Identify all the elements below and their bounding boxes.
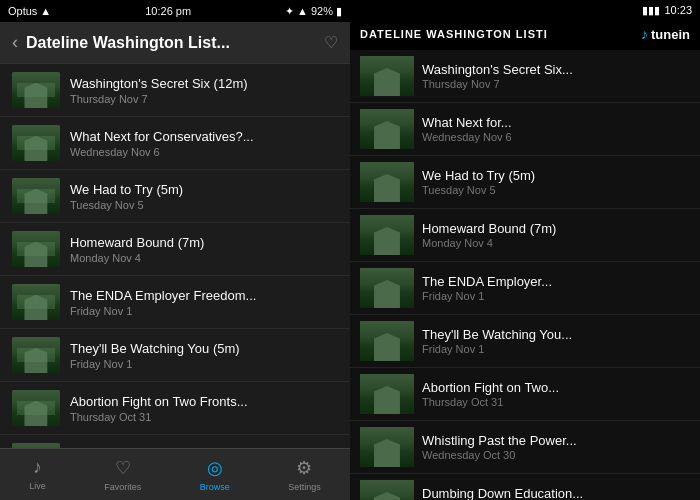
- wp-episode-date: Wednesday Nov 6: [422, 131, 690, 143]
- left-panel: Optus ▲ 10:26 pm ✦ ▲ 92% ▮ ‹ Dateline Wa…: [0, 0, 350, 500]
- episode-info: Homeward Bound (7m) Monday Nov 4: [70, 235, 338, 264]
- battery-label: 92%: [311, 5, 333, 17]
- nav-icon: ◎: [207, 457, 223, 479]
- nav-label: Browse: [200, 482, 230, 492]
- nav-label: Favorites: [104, 482, 141, 492]
- episode-info: The ENDA Employer Freedom... Friday Nov …: [70, 288, 338, 317]
- thumbnail-image: [12, 390, 60, 426]
- wp-episode-date: Wednesday Oct 30: [422, 449, 690, 461]
- episode-title: They'll Be Watching You (5m): [70, 341, 338, 356]
- tunein-logo: ♪ tunein: [641, 26, 690, 42]
- list-item[interactable]: Washington's Secret Six (12m) Thursday N…: [0, 64, 350, 117]
- wp-episode-thumbnail: [360, 109, 414, 149]
- list-item[interactable]: Abortion Fight on Two... Thursday Oct 31: [350, 368, 700, 421]
- bottom-nav-live[interactable]: ♪ Live: [29, 457, 46, 492]
- wp-episode-title: What Next for...: [422, 115, 690, 130]
- list-item[interactable]: We Had to Try (5m) Tuesday Nov 5: [0, 170, 350, 223]
- bluetooth-icon: ✦: [285, 5, 294, 18]
- battery-icon: ▮: [336, 5, 342, 18]
- list-item[interactable]: Dumbing Down Education... Tuesday Oct 29: [350, 474, 700, 500]
- episode-info: Abortion Fight on Two Fronts... Thursday…: [70, 394, 338, 423]
- nav-icon: ♡: [115, 457, 131, 479]
- bottom-nav-settings[interactable]: ⚙ Settings: [288, 457, 321, 492]
- list-item[interactable]: Homeward Bound (7m) Monday Nov 4: [0, 223, 350, 276]
- list-item[interactable]: We Had to Try (5m) Tuesday Nov 5: [350, 156, 700, 209]
- status-time: 10:26 pm: [145, 5, 191, 17]
- wp-thumbnail-image: [360, 162, 414, 202]
- episode-title: The ENDA Employer Freedom...: [70, 288, 338, 303]
- wifi-icon: ▲: [40, 5, 51, 17]
- episode-info: They'll Be Watching You (5m) Friday Nov …: [70, 341, 338, 370]
- wp-thumbnail-image: [360, 109, 414, 149]
- wp-episode-title: Washington's Secret Six...: [422, 62, 690, 77]
- list-item[interactable]: They'll Be Watching You (5m) Friday Nov …: [0, 329, 350, 382]
- list-item[interactable]: What Next for... Wednesday Nov 6: [350, 103, 700, 156]
- wp-episode-info: The ENDA Employer... Friday Nov 1: [422, 274, 690, 302]
- episode-thumbnail: [12, 178, 60, 214]
- episode-title: Washington's Secret Six (12m): [70, 76, 338, 91]
- list-item[interactable]: Washington's Secret Six... Thursday Nov …: [350, 50, 700, 103]
- bottom-nav-bar: ♪ Live ♡ Favorites ◎ Browse ⚙ Settings: [0, 448, 350, 500]
- bottom-nav-browse[interactable]: ◎ Browse: [200, 457, 230, 492]
- bottom-nav-favorites[interactable]: ♡ Favorites: [104, 457, 141, 492]
- wp-episode-thumbnail: [360, 162, 414, 202]
- thumbnail-image: [12, 284, 60, 320]
- wp-thumbnail-image: [360, 374, 414, 414]
- wp-episode-title: They'll Be Watching You...: [422, 327, 690, 342]
- wp-episode-info: They'll Be Watching You... Friday Nov 1: [422, 327, 690, 355]
- wp-episode-list: Washington's Secret Six... Thursday Nov …: [350, 50, 700, 500]
- list-item[interactable]: Whistling Past the Power Grid... Wednesd…: [0, 435, 350, 448]
- episode-thumbnail: [12, 72, 60, 108]
- wp-episode-title: Whistling Past the Power...: [422, 433, 690, 448]
- back-button[interactable]: ‹: [12, 32, 18, 53]
- episode-date: Friday Nov 1: [70, 305, 338, 317]
- episode-title: We Had to Try (5m): [70, 182, 338, 197]
- list-item[interactable]: What Next for Conservatives?... Wednesda…: [0, 117, 350, 170]
- wp-episode-thumbnail: [360, 374, 414, 414]
- wp-thumbnail-image: [360, 268, 414, 308]
- tunein-brand-text: tunein: [651, 27, 690, 42]
- wp-thumbnail-image: [360, 215, 414, 255]
- episode-info: We Had to Try (5m) Tuesday Nov 5: [70, 182, 338, 211]
- list-item[interactable]: They'll Be Watching You... Friday Nov 1: [350, 315, 700, 368]
- wp-episode-thumbnail: [360, 480, 414, 500]
- episode-title: What Next for Conservatives?...: [70, 129, 338, 144]
- wp-episode-title: Abortion Fight on Two...: [422, 380, 690, 395]
- episode-date: Thursday Nov 7: [70, 93, 338, 105]
- wp-episode-date: Friday Nov 1: [422, 290, 690, 302]
- episode-thumbnail: [12, 231, 60, 267]
- thumbnail-image: [12, 337, 60, 373]
- episode-title: Abortion Fight on Two Fronts...: [70, 394, 338, 409]
- episode-thumbnail: [12, 443, 60, 448]
- list-item[interactable]: The ENDA Employer... Friday Nov 1: [350, 262, 700, 315]
- wp-episode-thumbnail: [360, 56, 414, 96]
- list-item[interactable]: Whistling Past the Power... Wednesday Oc…: [350, 421, 700, 474]
- episode-thumbnail: [12, 284, 60, 320]
- wp-episode-info: We Had to Try (5m) Tuesday Nov 5: [422, 168, 690, 196]
- thumbnail-image: [12, 443, 60, 448]
- thumbnail-image: [12, 231, 60, 267]
- thumbnail-image: [12, 178, 60, 214]
- favorite-icon[interactable]: ♡: [324, 33, 338, 52]
- wp-status-time: 10:23: [664, 4, 692, 16]
- episode-thumbnail: [12, 390, 60, 426]
- wp-thumbnail-image: [360, 56, 414, 96]
- wp-episode-info: What Next for... Wednesday Nov 6: [422, 115, 690, 143]
- status-right: ✦ ▲ 92% ▮: [285, 5, 342, 18]
- episode-date: Friday Nov 1: [70, 358, 338, 370]
- episode-list: Washington's Secret Six (12m) Thursday N…: [0, 64, 350, 448]
- wp-thumbnail-image: [360, 480, 414, 500]
- episode-info: Washington's Secret Six (12m) Thursday N…: [70, 76, 338, 105]
- episode-date: Thursday Oct 31: [70, 411, 338, 423]
- wp-episode-date: Thursday Nov 7: [422, 78, 690, 90]
- wp-episode-title: Dumbing Down Education...: [422, 486, 690, 500]
- wp-episode-thumbnail: [360, 427, 414, 467]
- wp-episode-date: Monday Nov 4: [422, 237, 690, 249]
- list-item[interactable]: Homeward Bound (7m) Monday Nov 4: [350, 209, 700, 262]
- ios-status-bar: Optus ▲ 10:26 pm ✦ ▲ 92% ▮: [0, 0, 350, 22]
- list-item[interactable]: Abortion Fight on Two Fronts... Thursday…: [0, 382, 350, 435]
- list-item[interactable]: The ENDA Employer Freedom... Friday Nov …: [0, 276, 350, 329]
- right-panel: ▮▮▮ 10:23 DATELINE WASHINGTON LISTI ♪ tu…: [350, 0, 700, 500]
- wp-thumbnail-image: [360, 321, 414, 361]
- nav-icon: ⚙: [296, 457, 312, 479]
